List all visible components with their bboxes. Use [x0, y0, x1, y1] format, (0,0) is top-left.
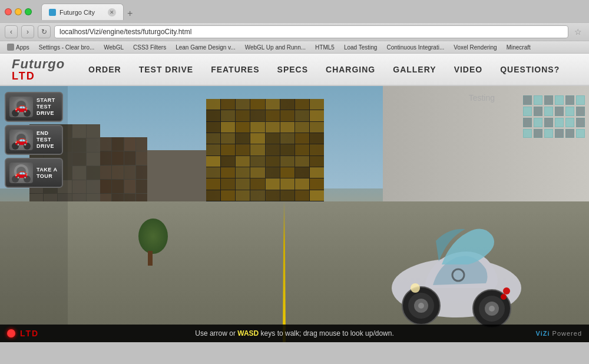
window-cell	[576, 129, 585, 138]
svg-point-24	[24, 176, 31, 183]
start-test-drive-button[interactable]: START TEST DRIVE	[5, 92, 63, 122]
building-cell	[266, 190, 280, 201]
take-a-tour-button[interactable]: TAKE A TOUR	[5, 158, 63, 188]
building-cell	[295, 122, 309, 133]
status-indicator-dot	[7, 329, 15, 337]
close-button[interactable]	[5, 8, 12, 15]
maximize-button[interactable]	[25, 8, 32, 15]
nav-order[interactable]: ORDER	[88, 65, 121, 74]
building-cell	[280, 144, 294, 155]
nav-video[interactable]: VIDEO	[454, 65, 483, 74]
building-cell	[310, 110, 324, 121]
svg-point-18	[16, 134, 26, 143]
svg-point-9	[411, 283, 420, 293]
building-cell	[206, 156, 220, 167]
back-button[interactable]: ‹	[5, 25, 18, 38]
bookmark-ci[interactable]: Continuous Integrati...	[383, 43, 448, 52]
bookmark-css3[interactable]: CSS3 Filters	[130, 43, 170, 52]
testing-label: Testing	[469, 93, 495, 102]
svg-point-20	[24, 143, 31, 150]
tab-close-button[interactable]: ✕	[108, 8, 116, 16]
building-cell	[72, 124, 86, 138]
building-cell	[280, 110, 294, 121]
building-cell	[206, 178, 220, 189]
building-cell	[136, 151, 147, 165]
svg-point-17	[14, 131, 28, 145]
url-bar[interactable]: localhost/Vizi/engine/tests/futurgoCity.…	[54, 25, 568, 38]
svg-point-16	[24, 110, 31, 117]
nav-questions[interactable]: QUESTIONS?	[500, 65, 560, 74]
end-test-drive-label: END TEST DRIVE	[37, 130, 58, 149]
building-cell	[87, 166, 100, 180]
bookmark-minecraft[interactable]: Minecraft	[503, 43, 534, 52]
building-cell	[250, 99, 264, 110]
active-tab[interactable]: Futurgo City ✕	[41, 4, 124, 20]
bookmark-star[interactable]: ☆	[572, 27, 584, 37]
building-cell	[206, 110, 220, 121]
building-cell	[206, 190, 220, 201]
building-cell	[266, 178, 280, 189]
new-tab-button[interactable]: +	[124, 8, 136, 19]
building-cell	[280, 190, 294, 201]
nav-test-drive[interactable]: TEST DRIVE	[139, 65, 193, 74]
building-cell	[221, 144, 235, 155]
start-test-drive-icon	[9, 97, 33, 117]
end-test-drive-icon	[9, 130, 33, 150]
building-cell	[136, 180, 147, 193]
building-cell	[100, 180, 111, 193]
building-cell	[236, 99, 250, 110]
take-a-tour-label: TAKE A TOUR	[37, 167, 58, 180]
wasd-highlight: WASD	[237, 329, 259, 337]
building-cell	[295, 110, 309, 121]
car	[365, 188, 542, 329]
building-cell	[124, 151, 135, 165]
bookmark-voxel[interactable]: Voxel Rendering	[450, 43, 500, 52]
window-cell	[555, 107, 564, 116]
building-cell	[206, 122, 220, 133]
svg-point-15	[12, 110, 19, 117]
window-cell	[534, 129, 542, 138]
building-cell	[280, 167, 294, 178]
window-cell	[565, 95, 574, 105]
site-nav: ORDER TEST DRIVE FEATURES SPECS CHARGING…	[88, 65, 560, 74]
nav-features[interactable]: FEATURES	[211, 65, 259, 74]
svg-point-11	[501, 294, 507, 300]
building-cell	[310, 144, 324, 155]
building-cell	[266, 110, 280, 121]
building-cell	[310, 133, 324, 144]
bookmark-loadtest[interactable]: Load Testing	[340, 43, 381, 52]
building-cell	[87, 124, 100, 138]
nav-charging[interactable]: CHARGING	[326, 65, 375, 74]
lane-marking	[283, 201, 286, 342]
building-cell	[100, 151, 111, 165]
bookmark-lean[interactable]: Lean Game Design v...	[172, 43, 239, 52]
building-cell	[236, 133, 250, 144]
address-bar: ‹ › ↻ localhost/Vizi/engine/tests/futurg…	[0, 22, 589, 41]
bookmark-apps[interactable]: Apps	[4, 42, 33, 52]
building-cell	[295, 178, 309, 189]
nav-specs[interactable]: SPECS	[277, 65, 308, 74]
svg-point-4	[418, 303, 424, 309]
forward-button[interactable]: ›	[21, 25, 34, 38]
window-cell	[523, 129, 532, 138]
window-cell	[523, 118, 532, 127]
bookmark-html5[interactable]: HTML5	[312, 43, 338, 52]
bookmark-webgl[interactable]: WebGL	[100, 43, 127, 52]
minimize-button[interactable]	[15, 8, 22, 15]
bookmark-webgl2[interactable]: WebGL Up and Runn...	[241, 43, 309, 52]
window-cell	[544, 129, 553, 138]
building-cell	[236, 167, 250, 178]
building-cell	[250, 167, 264, 178]
bookmark-settings[interactable]: Settings - Clear bro...	[35, 43, 98, 52]
end-test-drive-button[interactable]: END TEST DRIVE	[5, 125, 63, 155]
refresh-button[interactable]: ↻	[38, 25, 51, 38]
building-cell	[87, 138, 100, 152]
window-cell	[534, 107, 542, 116]
building-cell	[266, 167, 280, 178]
window-cell	[555, 118, 564, 127]
building-cell	[280, 156, 294, 167]
nav-gallery[interactable]: GALLERY	[393, 65, 436, 74]
building-cell	[136, 137, 147, 151]
window-cell	[544, 118, 553, 127]
logo-ltd: LTD	[12, 71, 65, 81]
